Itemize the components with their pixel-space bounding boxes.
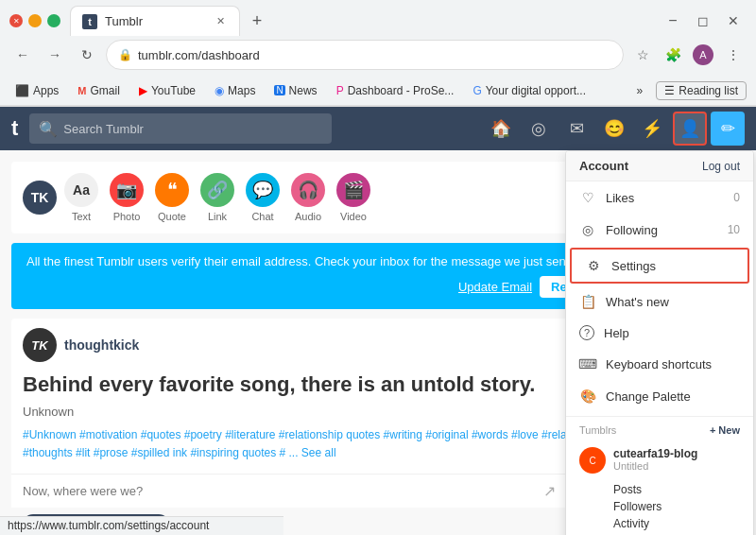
- new-tab-button[interactable]: +: [244, 8, 270, 34]
- url-bar[interactable]: 🔒 tumblr.com/dashboard: [106, 40, 624, 70]
- audio-icon: 🎧: [291, 173, 325, 207]
- tab-close-button[interactable]: ✕: [213, 14, 228, 29]
- tumblr-search-bar[interactable]: 🔍: [29, 113, 332, 144]
- feed-area: TK Aa Text 📷 Photo ❝ Quote: [0, 150, 633, 535]
- post-type-label: Text: [72, 211, 91, 222]
- account-dropdown: Account Log out ♡ Likes 0 ◎ Following 10: [565, 150, 756, 535]
- post-type-audio[interactable]: 🎧 Audio: [291, 173, 325, 222]
- bookmark-maps[interactable]: ◉ Maps: [209, 82, 261, 99]
- followers-link[interactable]: Followers: [613, 498, 740, 515]
- reload-button[interactable]: ↻: [74, 42, 100, 68]
- blog-subtitle: Untitled: [613, 460, 740, 472]
- bookmark-apps[interactable]: ⬛ Apps: [9, 82, 64, 99]
- dropdown-following[interactable]: ◎ Following 10: [566, 214, 753, 246]
- menu-button[interactable]: ⋮: [720, 42, 747, 68]
- address-bar: ← → ↻ 🔒 tumblr.com/dashboard ☆ 🧩 A ⋮: [0, 34, 756, 76]
- user-avatar: TK: [23, 181, 57, 215]
- bookmark-label: Dashboard - ProSe...: [348, 84, 455, 97]
- post-type-label: Photo: [113, 211, 141, 222]
- dropdown-menu: Account Log out ♡ Likes 0 ◎ Following 10: [565, 150, 754, 535]
- minimize-btn[interactable]: −: [660, 11, 686, 30]
- news-icon: N: [274, 85, 284, 95]
- post-type-chat[interactable]: 💬 Chat: [246, 173, 280, 222]
- settings-label: Settings: [611, 259, 734, 273]
- following-count: 10: [728, 223, 740, 236]
- change-palette-label: Change Palette: [606, 389, 740, 404]
- forward-button[interactable]: →: [42, 42, 68, 68]
- gmail-icon: M: [77, 85, 86, 96]
- post-type-link[interactable]: 🔗 Link: [200, 173, 234, 222]
- post-type-video[interactable]: 🎬 Video: [336, 173, 370, 222]
- browser-chrome: ✕ t Tumblr ✕ + − ◻ ✕ ← → ↻ 🔒 tumblr.com: [0, 0, 756, 107]
- dropdown-change-palette[interactable]: 🎨 Change Palette: [566, 380, 753, 412]
- star-button[interactable]: ☆: [629, 42, 656, 68]
- blog-links: Posts Followers Activity Drafts Queue Ed…: [566, 481, 753, 535]
- dropdown-help[interactable]: ? Help: [566, 318, 753, 348]
- post-username[interactable]: thoughtkick: [64, 337, 139, 353]
- video-icon: 🎬: [336, 173, 370, 207]
- close-btn[interactable]: ✕: [720, 11, 747, 30]
- tab-favicon: t: [82, 14, 97, 29]
- compose-nav-button[interactable]: ✏: [711, 112, 745, 146]
- activity-link[interactable]: Activity: [613, 515, 740, 532]
- post-type-label: Chat: [251, 211, 273, 222]
- profile-button[interactable]: A: [690, 42, 716, 68]
- maximize-window-button[interactable]: [47, 14, 60, 27]
- account-label: Account: [579, 159, 628, 173]
- share-button[interactable]: ↗: [543, 482, 556, 500]
- palette-icon: 🎨: [579, 388, 596, 405]
- bookmark-gmail[interactable]: M Gmail: [72, 82, 126, 99]
- account-nav-button[interactable]: 👤: [673, 112, 707, 146]
- new-tumblr-button[interactable]: + New: [710, 424, 740, 436]
- puzzle-button[interactable]: 🧩: [660, 42, 686, 68]
- explore-nav-button[interactable]: ◎: [522, 112, 556, 146]
- help-icon: ?: [579, 325, 594, 340]
- tumblr-header: t 🔍 🏠 ◎ ✉ 😊 ⚡ 👤 ✏: [0, 107, 756, 150]
- search-input[interactable]: [63, 122, 322, 136]
- address-actions: ☆ 🧩 A ⋮: [629, 42, 747, 68]
- blog-name[interactable]: cutearfa19-blog: [613, 447, 740, 460]
- dropdown-likes[interactable]: ♡ Likes 0: [566, 181, 753, 214]
- url-text: tumblr.com/dashboard: [138, 48, 611, 62]
- emoji-nav-button[interactable]: 😊: [597, 112, 631, 146]
- bookmark-news[interactable]: N News: [268, 82, 322, 99]
- link-icon: 🔗: [200, 173, 234, 207]
- create-post-card: TK Aa Text 📷 Photo ❝ Quote: [11, 162, 622, 233]
- bookmarks-more-button[interactable]: »: [631, 82, 649, 99]
- post-type-quote[interactable]: ❝ Quote: [155, 173, 189, 222]
- post-type-label: Audio: [295, 211, 321, 222]
- bookmark-label: Apps: [33, 84, 59, 97]
- post-type-label: Quote: [158, 211, 186, 222]
- restore-btn[interactable]: ◻: [690, 11, 716, 30]
- bookmark-digital[interactable]: G Your digital opport...: [467, 82, 592, 99]
- dropdown-settings[interactable]: ⚙ Settings: [570, 248, 749, 284]
- post-type-text[interactable]: Aa Text: [64, 173, 98, 222]
- back-button[interactable]: ←: [9, 42, 36, 68]
- post-type-photo[interactable]: 📷 Photo: [110, 173, 144, 222]
- mail-nav-button[interactable]: ✉: [559, 112, 593, 146]
- update-email-link[interactable]: Update Email: [458, 280, 532, 294]
- lightning-nav-button[interactable]: ⚡: [635, 112, 669, 146]
- see-all-link[interactable]: ... See all: [289, 446, 336, 459]
- post-user-info: thoughtkick: [64, 337, 139, 353]
- active-tab[interactable]: t Tumblr ✕: [70, 6, 240, 36]
- comment-input[interactable]: [23, 484, 532, 498]
- dropdown-keyboard-shortcuts[interactable]: ⌨ Keyboard shortcuts: [566, 348, 753, 380]
- minimize-window-button[interactable]: [28, 14, 42, 27]
- maps-icon: ◉: [215, 84, 224, 97]
- blog-item: C cutearfa19-blog Untitled: [566, 440, 753, 481]
- help-label: Help: [604, 326, 740, 340]
- post-attribution: Unknown: [23, 405, 610, 419]
- dashboard-icon: P: [336, 84, 344, 97]
- reading-list-label: Reading list: [679, 84, 738, 97]
- dropdown-whats-new[interactable]: 📋 What's new: [566, 285, 753, 318]
- home-nav-button[interactable]: 🏠: [484, 112, 518, 146]
- close-window-button[interactable]: ✕: [9, 14, 23, 27]
- reading-list-button[interactable]: ☰ Reading list: [656, 81, 747, 100]
- bookmark-dashboard[interactable]: P Dashboard - ProSe...: [331, 82, 460, 99]
- bookmark-youtube[interactable]: ▶ YouTube: [133, 82, 201, 99]
- logout-button[interactable]: Log out: [702, 160, 740, 173]
- posts-link[interactable]: Posts: [613, 481, 740, 498]
- dropdown-header: Account Log out: [566, 151, 753, 181]
- blog-info: cutearfa19-blog Untitled: [613, 447, 740, 472]
